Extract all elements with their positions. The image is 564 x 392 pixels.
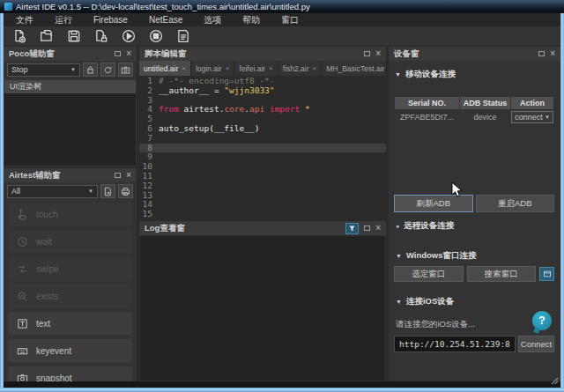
col-adb-status[interactable]: ADB Status bbox=[460, 97, 510, 109]
line-content bbox=[159, 162, 386, 172]
code-line-6[interactable]: 6auto_setup(__file__) bbox=[139, 124, 386, 134]
save-script-button[interactable] bbox=[65, 27, 83, 45]
close-icon[interactable]: × bbox=[550, 50, 555, 57]
menu-item-4[interactable]: 选项 bbox=[204, 14, 221, 26]
help-icon[interactable]: ? bbox=[532, 311, 552, 330]
lock-button[interactable] bbox=[83, 63, 98, 77]
tab-close-icon[interactable]: × bbox=[269, 64, 273, 72]
action-wait-button[interactable]: wait bbox=[8, 230, 132, 253]
poco-mode-select[interactable]: Stop ▼ bbox=[7, 63, 80, 77]
open-script-button[interactable] bbox=[38, 27, 56, 45]
code-editor[interactable]: 1# -*- encoding=utf8 -*-2__author__ = "w… bbox=[139, 76, 386, 219]
close-icon[interactable]: × bbox=[126, 50, 131, 57]
view-log-button[interactable] bbox=[174, 27, 192, 45]
action-keyevent-button[interactable]: keyevent bbox=[8, 339, 132, 362]
menu-item-3[interactable]: NetEase bbox=[149, 15, 182, 25]
ui-tree-area[interactable] bbox=[4, 93, 136, 166]
view-log-icon bbox=[176, 29, 190, 43]
code-line-12[interactable]: 12 bbox=[139, 181, 386, 191]
code-line-2[interactable]: 2__author__ = "wjjn3033" bbox=[139, 86, 386, 96]
chevron-down-icon: ▼ bbox=[545, 115, 550, 120]
menu-item-5[interactable]: 帮助 bbox=[242, 14, 260, 26]
line-number: 2 bbox=[139, 86, 159, 96]
tab-close-icon[interactable]: × bbox=[313, 64, 317, 72]
connect-action-select[interactable]: connect ▼ bbox=[511, 111, 553, 123]
refresh-adb-button[interactable]: 刷新ADB bbox=[394, 195, 473, 212]
tab-close-icon[interactable]: × bbox=[226, 64, 230, 72]
action-label: text bbox=[36, 319, 50, 329]
touch-icon bbox=[17, 209, 28, 220]
ios-url-input[interactable] bbox=[394, 336, 516, 352]
airtest-panel: Airtest辅助窗 × All ▼ touchwaitswipeexistst… bbox=[4, 168, 137, 381]
select-window-button[interactable]: 选定窗口 bbox=[394, 266, 464, 282]
code-line-7[interactable]: 7 bbox=[139, 134, 386, 144]
stop-script-button[interactable] bbox=[147, 27, 165, 45]
menu-item-6[interactable]: 窗口 bbox=[281, 14, 299, 26]
clock-icon bbox=[17, 236, 28, 248]
new-script-button[interactable] bbox=[11, 27, 28, 45]
screenshot-icon bbox=[121, 65, 130, 75]
action-label: swipe bbox=[36, 264, 59, 274]
airtest-filter-select[interactable]: All ▼ bbox=[7, 185, 98, 198]
search-window-button[interactable]: 搜索窗口 bbox=[467, 266, 537, 282]
log-output-area[interactable] bbox=[140, 236, 385, 381]
action-touch-button[interactable]: touch bbox=[8, 203, 132, 226]
col-action[interactable]: Action bbox=[511, 97, 553, 109]
code-line-13[interactable]: 13 bbox=[139, 191, 386, 201]
float-icon[interactable] bbox=[538, 51, 545, 56]
action-snapshot-button[interactable]: snapshot bbox=[8, 366, 132, 381]
float-icon[interactable] bbox=[364, 51, 370, 56]
ios-connect-button[interactable]: Connect bbox=[518, 336, 554, 352]
code-line-4[interactable]: 4from airtest.core.api import * bbox=[139, 105, 386, 115]
code-line-9[interactable]: 9 bbox=[139, 152, 386, 162]
code-line-14[interactable]: 14 bbox=[139, 200, 386, 210]
tab-label: feifei.air bbox=[239, 64, 265, 73]
code-line-8[interactable]: 8 bbox=[139, 144, 386, 153]
col-serial[interactable]: Serial NO. bbox=[395, 97, 459, 109]
menu-item-0[interactable]: 文件 bbox=[16, 14, 33, 26]
camera-icon bbox=[17, 373, 28, 382]
code-line-15[interactable]: 15 bbox=[139, 210, 386, 219]
close-icon[interactable]: × bbox=[126, 172, 131, 179]
menu-item-1[interactable]: 运行 bbox=[55, 14, 72, 26]
float-icon[interactable] bbox=[364, 226, 370, 231]
embed-window-button[interactable] bbox=[539, 267, 554, 281]
tab-4[interactable]: MH_BasicTest.air× bbox=[322, 61, 386, 76]
close-icon[interactable]: × bbox=[375, 225, 381, 232]
refresh-button[interactable] bbox=[100, 63, 115, 77]
remote-section-header[interactable]: ● 远程设备连接 bbox=[396, 220, 454, 232]
titlebar[interactable]: Airtest IDE v0.1.5 -- D:\dev-local\test\… bbox=[0, 0, 564, 13]
ui-tree-header[interactable]: UI渲染树 bbox=[4, 80, 136, 93]
run-script-button[interactable] bbox=[120, 27, 137, 45]
log-filter-button[interactable] bbox=[345, 223, 359, 234]
code-line-11[interactable]: 11 bbox=[139, 172, 386, 181]
save-as-script-button[interactable] bbox=[93, 27, 110, 45]
menu-item-2[interactable]: Firebase bbox=[93, 15, 128, 25]
insert-button[interactable] bbox=[100, 184, 115, 198]
device-serial[interactable]: ZPFABE5DI7... bbox=[395, 110, 459, 124]
close-icon[interactable]: × bbox=[375, 50, 381, 57]
stop-script-icon bbox=[149, 29, 163, 43]
window-border bbox=[0, 388, 564, 392]
ios-section-header[interactable]: ▼ 连接iOS设备 bbox=[396, 296, 454, 307]
action-exists-button[interactable]: exists bbox=[8, 285, 132, 307]
mobile-section-header[interactable]: ▼ 移动设备连接 bbox=[395, 69, 554, 80]
restart-adb-button[interactable]: 重启ADB bbox=[476, 195, 555, 212]
float-icon[interactable] bbox=[115, 51, 121, 56]
tab-close-icon[interactable]: × bbox=[182, 64, 186, 72]
tab-3[interactable]: fish2.air× bbox=[278, 61, 322, 76]
windows-buttons: 选定窗口 搜索窗口 bbox=[394, 266, 554, 282]
printer-button[interactable] bbox=[118, 184, 133, 198]
open-script-icon bbox=[40, 29, 54, 43]
tab-2[interactable]: feifei.air× bbox=[234, 61, 278, 76]
action-swipe-button[interactable]: swipe bbox=[8, 257, 132, 280]
tab-1[interactable]: login.air× bbox=[191, 61, 234, 76]
tab-0[interactable]: untitled.air× bbox=[139, 61, 191, 76]
code-line-10[interactable]: 10 bbox=[139, 162, 386, 172]
resize-grip[interactable] bbox=[551, 377, 559, 387]
action-text-button[interactable]: text bbox=[8, 312, 132, 335]
screenshot-button[interactable] bbox=[118, 63, 133, 77]
float-icon[interactable] bbox=[115, 173, 121, 178]
windows-section-header[interactable]: ▼ Windows窗口连接 bbox=[396, 250, 477, 262]
line-content bbox=[159, 200, 386, 210]
